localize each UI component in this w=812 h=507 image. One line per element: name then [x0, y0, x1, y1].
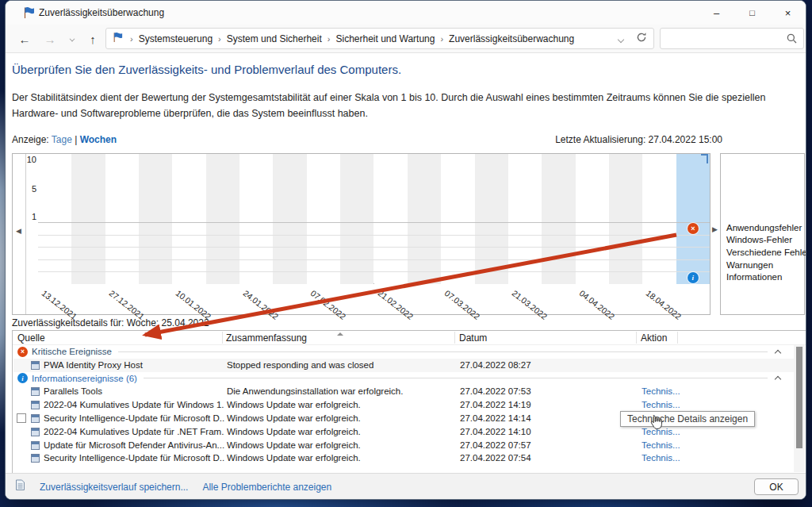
address-bar[interactable]: ›Systemsteuerung›System und Sicherheit›S…	[105, 28, 654, 49]
chart-column[interactable]	[139, 154, 172, 284]
column-header-aktion[interactable]: Aktion	[641, 332, 667, 344]
chart-x-label: 04.04.2022	[577, 288, 616, 321]
application-icon	[31, 387, 40, 396]
chart-column[interactable]	[307, 154, 340, 284]
stability-chart: ◀ 10 5 1 ×i 13.12.202127.12.202110.01.20…	[12, 153, 710, 315]
chart-x-label: 13.12.2021	[40, 288, 79, 321]
view-all-reports-link[interactable]: Alle Problemberichte anzeigen	[202, 482, 331, 493]
summary-cell: Windows Update war erfolgreich.	[227, 413, 457, 423]
source-cell: PWA Identity Proxy Host	[44, 360, 224, 370]
table-scrollbar[interactable]	[794, 345, 805, 472]
search-input[interactable]	[667, 31, 782, 46]
source-cell: 2022-04 Kumulatives Update für Windows 1…	[44, 400, 224, 409]
technical-details-link[interactable]: Technis...	[642, 400, 721, 409]
technical-details-link[interactable]: Technis...	[642, 427, 721, 436]
breadcrumb-item[interactable]: System und Sicherheit	[227, 33, 322, 44]
chart-column[interactable]	[273, 154, 306, 284]
group-row[interactable]: iInformationsereignisse (6)	[13, 372, 795, 386]
table-row[interactable]: 2022-04 Kumulatives Update für .NET Fram…	[13, 425, 795, 439]
y-tick-10: 10	[26, 155, 36, 164]
chart-x-label: 21.03.2022	[511, 288, 550, 321]
chart-category-label: Verschiedene Fehler	[726, 248, 806, 257]
table-row[interactable]: Update für Microsoft Defender Antivirus-…	[13, 439, 795, 452]
breadcrumb-item[interactable]: Sicherheit und Wartung	[335, 33, 435, 44]
group-label: Informationsereignisse (6)	[32, 374, 137, 383]
table-row[interactable]: 2022-04 Kumulatives Update für Windows 1…	[13, 398, 795, 412]
summary-cell: Windows Update war erfolgreich.	[227, 400, 457, 409]
forward-button[interactable]: →	[40, 25, 59, 53]
chart-legend: AnwendungsfehlerWindows-FehlerVerschiede…	[720, 153, 805, 315]
chart-column[interactable]	[206, 154, 239, 284]
information-icon: i	[688, 272, 699, 283]
technical-details-link[interactable]: Technis...	[642, 453, 721, 463]
refresh-icon[interactable]	[636, 32, 647, 45]
chart-column[interactable]	[508, 154, 542, 284]
chart-column[interactable]	[408, 154, 441, 284]
chart-column[interactable]	[239, 154, 273, 284]
date-cell: 27.04.2022 08:27	[460, 360, 587, 370]
view-weeks-link[interactable]: Wochen	[80, 134, 117, 145]
chart-column[interactable]	[38, 154, 71, 284]
chart-scroll-left[interactable]: ◀	[13, 154, 26, 314]
chart-category-label: Informationen	[726, 272, 782, 282]
save-report-icon	[15, 479, 25, 494]
save-history-link[interactable]: Zuverlässigkeitsverlauf speichern...	[40, 482, 188, 493]
search-box[interactable]	[660, 28, 804, 49]
chart-column[interactable]	[340, 154, 373, 284]
chart-column[interactable]	[105, 154, 139, 284]
chart-column[interactable]	[576, 154, 609, 284]
technical-details-link[interactable]: Technis...	[642, 440, 721, 450]
date-cell: 27.04.2022 07:54	[460, 453, 587, 463]
page-description: Der Stabilitätsindex dient der Bewertung…	[12, 90, 805, 121]
chart-column[interactable]	[642, 154, 676, 284]
up-button[interactable]: ↑	[83, 25, 102, 53]
address-dropdown-icon[interactable]	[619, 33, 623, 44]
group-row[interactable]: ×Kritische Ereignisse	[13, 345, 795, 359]
chart-column[interactable]	[374, 154, 408, 284]
row-checkbox[interactable]	[17, 413, 26, 423]
table-row[interactable]: PWA Identity Proxy HostStopped respondin…	[13, 359, 795, 372]
collapse-group-icon[interactable]	[775, 350, 781, 356]
date-cell: 27.04.2022 14:10	[460, 427, 587, 436]
chart-x-label: 27.12.2021	[107, 288, 146, 321]
scroll-right-icon[interactable]: ▶	[712, 225, 718, 233]
collapse-group-icon[interactable]	[775, 376, 781, 382]
title-bar: Zuverlässigkeitsüberwachung – □ ×	[6, 1, 806, 25]
chart-date-axis: 13.12.202127.12.202110.01.202224.01.2022…	[38, 284, 710, 315]
details-table: Quelle Zusammenfassung Datum Aktion ×Kri…	[12, 330, 806, 474]
chart-column-selected[interactable]	[676, 154, 710, 284]
breadcrumb-item[interactable]: Zuverlässigkeitsüberwachung	[449, 33, 574, 44]
chart-column[interactable]	[542, 154, 575, 284]
source-cell: Security Intelligence-Update für Microso…	[44, 453, 224, 463]
chart-column[interactable]	[475, 154, 508, 284]
column-header-zusammenfassung[interactable]: Zusammenfassung	[226, 332, 307, 344]
close-button[interactable]: ×	[770, 1, 806, 25]
tooltip: Technische Details anzeigen	[620, 411, 755, 427]
chart-column[interactable]	[172, 154, 205, 284]
minimize-button[interactable]: –	[699, 1, 734, 25]
application-icon	[31, 401, 40, 409]
maximize-button[interactable]: □	[734, 1, 770, 25]
summary-cell: Die Anwendungsinstallation war erfolgrei…	[227, 386, 457, 396]
technical-details-link[interactable]: Technis...	[642, 386, 721, 396]
view-days-link[interactable]: Tage	[52, 134, 72, 145]
chart-column[interactable]	[441, 154, 474, 284]
scroll-left-icon[interactable]: ◀	[16, 227, 21, 235]
application-icon	[31, 414, 40, 423]
chart-category-label: Warnungen	[726, 260, 773, 270]
table-row[interactable]: Parallels ToolsDie Anwendungsinstallatio…	[13, 385, 795, 398]
breadcrumb-separator: ›	[440, 34, 443, 44]
column-header-datum[interactable]: Datum	[459, 332, 487, 344]
address-flag-icon	[113, 32, 123, 45]
back-button[interactable]: ←	[15, 25, 34, 53]
chart-column[interactable]	[609, 154, 642, 284]
table-row[interactable]: Security Intelligence-Update für Microso…	[13, 451, 795, 465]
recent-pages-dropdown-icon[interactable]	[63, 25, 82, 53]
breadcrumb-item[interactable]: Systemsteuerung	[139, 33, 213, 44]
table-scrollbar-thumb[interactable]	[796, 347, 802, 448]
date-cell: 27.04.2022 14:14	[460, 413, 587, 423]
column-header-quelle[interactable]: Quelle	[17, 332, 45, 344]
source-cell: 2022-04 Kumulatives Update für .NET Fram…	[44, 427, 224, 436]
ok-button[interactable]: OK	[754, 478, 799, 495]
chart-column[interactable]	[71, 154, 105, 284]
